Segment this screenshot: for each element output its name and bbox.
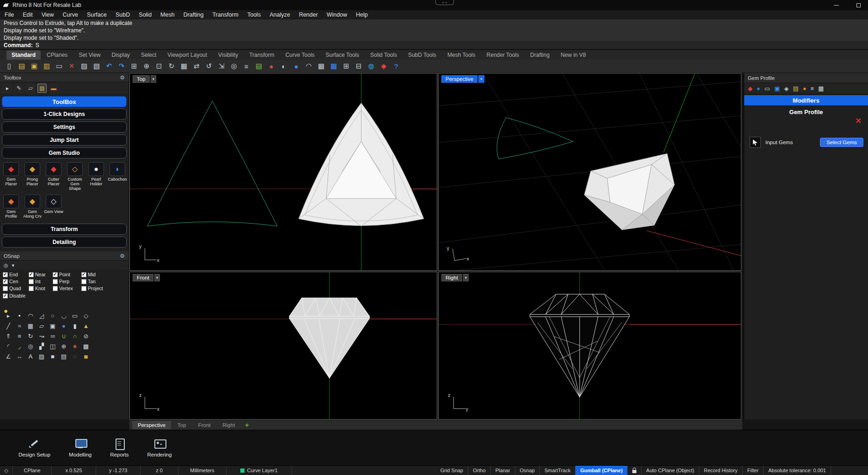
ribbon-tab[interactable]: Render Tools	[482, 50, 525, 60]
checkbox[interactable]	[81, 272, 86, 277]
gem-tool-tile[interactable]: ◆	[3, 162, 19, 176]
world-icon[interactable]: ◍	[366, 61, 377, 72]
menu-item[interactable]: Curve	[63, 12, 78, 18]
checkbox[interactable]	[53, 272, 58, 277]
checkbox[interactable]	[29, 279, 34, 284]
viewport-tab[interactable]: Perspective	[132, 421, 171, 429]
checkbox[interactable]	[81, 279, 86, 284]
box-icon[interactable]: ▣	[47, 321, 58, 331]
ribbon-tab[interactable]: SubD Tools	[403, 50, 441, 60]
delete-icon[interactable]: ✕	[66, 61, 77, 72]
viewport-top-caret[interactable]: ▾	[151, 75, 157, 83]
checkbox[interactable]	[29, 286, 34, 291]
copy-icon[interactable]: ▨	[79, 61, 90, 72]
tolerance-readout[interactable]: Absolute tolerance: 0.001	[764, 466, 831, 475]
maximize-button[interactable]	[853, 1, 863, 9]
toolbox-nav-button[interactable]: Settings	[2, 122, 127, 133]
app-bar-item[interactable]: Rendering	[147, 438, 172, 457]
lock-object-icon[interactable]: ◙	[80, 351, 92, 361]
viewport-perspective-caret[interactable]: ▾	[478, 75, 484, 83]
osnap-option[interactable]: Mid	[81, 272, 113, 277]
menu-item[interactable]: Solid	[139, 12, 152, 18]
ribbon-tab[interactable]: Mesh Tools	[442, 50, 480, 60]
boolean-intersect-icon[interactable]: ∩	[69, 331, 80, 341]
viewport-right-label[interactable]: Right	[441, 274, 462, 281]
ribbon-tab[interactable]: Transform	[244, 50, 279, 60]
gumball-toggle[interactable]: Gumball (CPlane)	[575, 466, 628, 475]
layer-tool-icon[interactable]: ▤	[58, 351, 69, 361]
ribbon-tab[interactable]: Solid Tools	[365, 50, 402, 60]
ribbon-tab[interactable]: Select	[136, 50, 161, 60]
ribbon-tab[interactable]: New in V8	[556, 50, 591, 60]
osnap-option[interactable]: Perp	[53, 279, 81, 284]
grid-snap-toggle[interactable]: Grid Snap	[436, 466, 469, 475]
snap-settings-icon[interactable]: ◎	[228, 61, 239, 72]
smarttrack-toggle[interactable]: SmartTrack	[540, 466, 575, 475]
viewport-perspective-label[interactable]: Perspective	[441, 75, 477, 83]
gem-tool-tile[interactable]: ◆	[46, 162, 61, 176]
osnap-option[interactable]: Cen	[3, 279, 29, 284]
osnap-option[interactable]: Near	[29, 272, 53, 277]
explode-icon[interactable]: ∗	[69, 341, 80, 351]
toolbox-button[interactable]: ToolBox	[2, 96, 127, 107]
fillet-icon[interactable]: ◜	[3, 341, 14, 351]
menu-item[interactable]: Edit	[23, 12, 33, 18]
gem-tool-tile[interactable]: ◆	[24, 195, 40, 208]
shape-tool-icon[interactable]: ▱	[26, 84, 35, 93]
pointer-tool-icon[interactable]: ▸	[3, 84, 12, 93]
osnap-option[interactable]: Knot	[29, 286, 53, 291]
viewport-right[interactable]: Right ▾ z y	[438, 272, 741, 420]
status-spacer[interactable]	[292, 466, 436, 475]
gem-tool[interactable]: ◆ Gem Along Crv	[22, 195, 43, 219]
units-button[interactable]: Millimeters	[178, 466, 226, 475]
checkbox[interactable]	[81, 286, 86, 291]
ribbon-tab[interactable]: Display	[107, 50, 135, 60]
menu-item[interactable]: Drafting	[183, 12, 204, 18]
osnap-menu-icon[interactable]: ▾	[12, 262, 15, 268]
checkbox[interactable]	[3, 272, 8, 277]
dimension-icon[interactable]: ↔	[14, 351, 25, 361]
menu-item[interactable]: Transform	[212, 12, 238, 18]
gem-tool[interactable]: ◆ Gem Placer	[1, 162, 21, 191]
viewport-front-caret[interactable]: ▾	[154, 274, 160, 281]
gem-tool-icon[interactable]: ◆	[378, 61, 389, 72]
osnap-option[interactable]: Int	[29, 279, 53, 284]
checkbox[interactable]	[29, 272, 34, 277]
export-icon[interactable]: ▥	[41, 61, 52, 72]
toolbox-section-button[interactable]: Detailing	[2, 237, 127, 248]
rotate-icon[interactable]: ↺	[203, 61, 214, 72]
ribbon-tab[interactable]: Drafting	[525, 50, 555, 60]
ribbon-tab[interactable]: Set View	[73, 50, 105, 60]
menu-item[interactable]: SubD	[116, 12, 130, 18]
select-gems-button[interactable]: Select Gems	[820, 138, 863, 147]
cplane-button[interactable]: CPlane	[13, 466, 52, 475]
gem-tool-tile[interactable]: ◇	[67, 162, 83, 176]
move-icon[interactable]: ⇄	[191, 61, 202, 72]
rectangle-icon[interactable]: ▭	[69, 311, 80, 321]
ribbon-tab[interactable]: Viewport Layout	[162, 50, 212, 60]
osnap-option[interactable]: Vertex	[53, 286, 81, 291]
block-icon[interactable]: ■	[47, 351, 58, 361]
surface-tools-icon[interactable]: ▦	[316, 61, 327, 72]
object-properties-icon[interactable]: ≡	[241, 61, 252, 72]
ungroup-icon[interactable]: ⊟	[353, 61, 364, 72]
add-viewport-tab-button[interactable]: +	[241, 421, 252, 429]
menu-item[interactable]: Render	[299, 12, 318, 18]
zoom-icon[interactable]: ⊕	[141, 61, 152, 72]
viewport-tab[interactable]: Right	[217, 421, 240, 429]
redo-icon[interactable]: ↷	[116, 61, 127, 72]
gem-tool[interactable]: ◇ Gem View	[43, 195, 64, 219]
tools-misc-icon[interactable]: ◈	[784, 85, 789, 92]
viewport-perspective[interactable]: Perspective ▾ y x	[438, 73, 741, 271]
viewport-right-caret[interactable]: ▾	[463, 274, 469, 281]
gem-tool-tile[interactable]: ◇	[46, 195, 61, 208]
revolve-icon[interactable]: ↻	[25, 331, 36, 341]
viewport-tab[interactable]: Front	[193, 421, 216, 429]
circle-icon[interactable]: ○	[47, 311, 58, 321]
menu-item[interactable]: Surface	[87, 12, 107, 18]
cylinder-icon[interactable]: ▮	[69, 321, 80, 331]
angle-icon[interactable]: ∠	[3, 351, 14, 361]
ribbon-tab[interactable]: Curve Tools	[280, 50, 319, 60]
zoom-extents-icon[interactable]: ⊡	[153, 61, 165, 72]
gem-tool[interactable]: ● Pearl Holder	[86, 162, 106, 191]
